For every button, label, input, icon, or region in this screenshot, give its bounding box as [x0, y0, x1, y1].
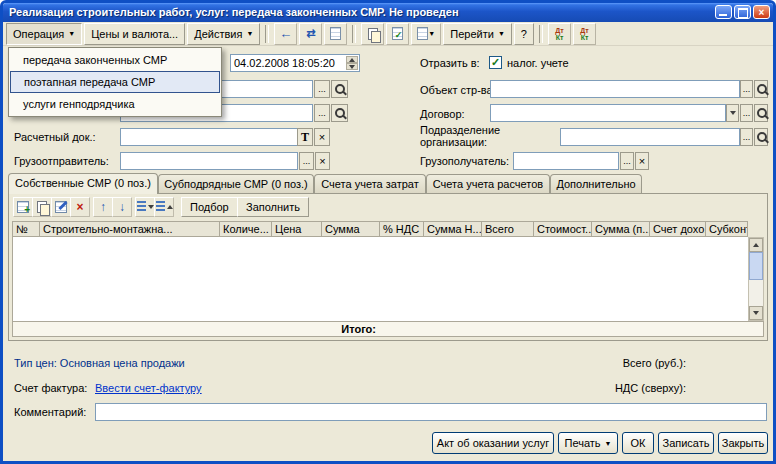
- output-document-icon[interactable]: ▼: [411, 23, 441, 45]
- contract-open-button[interactable]: [754, 104, 768, 122]
- copy-document-icon[interactable]: [361, 23, 384, 45]
- minimize-button[interactable]: [715, 5, 732, 19]
- column-header: Сумма: [322, 221, 380, 237]
- go-to-label: Перейти: [450, 28, 494, 40]
- contract-dropdown-button[interactable]: [726, 104, 739, 122]
- division-select-button[interactable]: ...: [740, 128, 753, 146]
- fill-button[interactable]: Заполнить: [237, 197, 309, 217]
- consignor-field[interactable]: [120, 152, 298, 170]
- construction-object-open-button[interactable]: [754, 80, 768, 98]
- obscured-field-2-open-button[interactable]: [331, 104, 348, 122]
- copy-row-icon[interactable]: [32, 197, 52, 217]
- total-rub-label: Всего (руб.):: [608, 357, 686, 369]
- settlement-doc-text-button[interactable]: Т: [297, 128, 313, 146]
- consignor-clear-button[interactable]: ×: [315, 152, 330, 170]
- postings-dtkt-icon[interactable]: Дт Кт: [548, 23, 571, 45]
- tab-own-smr[interactable]: Собственные СМР (0 поз.): [8, 173, 158, 194]
- column-header: Субконто...: [706, 221, 748, 237]
- menu-item-completed-smr[interactable]: передача законченных СМР: [10, 49, 220, 71]
- division-label-line2: организации:: [420, 136, 487, 148]
- operation-button[interactable]: Операция ▼: [6, 23, 82, 45]
- contract-field[interactable]: [490, 104, 726, 122]
- maximize-button[interactable]: [734, 5, 751, 19]
- post-document-icon[interactable]: ✓: [386, 23, 409, 45]
- chevron-down-icon: ▼: [605, 440, 612, 447]
- sort-descending-icon[interactable]: [154, 197, 174, 217]
- spin-up-icon[interactable]: [346, 56, 358, 63]
- enter-invoice-link[interactable]: Ввести счет-фактуру: [95, 382, 202, 394]
- settlement-doc-field[interactable]: [120, 128, 298, 146]
- vertical-scrollbar[interactable]: [748, 237, 764, 321]
- tab-cost-accounts[interactable]: Счета учета затрат: [314, 174, 426, 194]
- consignee-select-button[interactable]: ...: [620, 152, 634, 170]
- column-header: Строительно-монтажна...: [40, 221, 220, 237]
- save-button[interactable]: Записать: [658, 432, 714, 454]
- comment-input[interactable]: [95, 403, 767, 421]
- postings-report-dtkt-icon[interactable]: Дт Кт: [573, 23, 596, 45]
- tax-accounting-checkbox[interactable]: ✓: [489, 56, 502, 69]
- division-label-line1: Подразделение: [420, 124, 500, 136]
- help-label: ?: [521, 28, 527, 40]
- consignor-select-button[interactable]: ...: [299, 152, 314, 170]
- act-of-services-button[interactable]: Акт об оказании услуг: [432, 432, 554, 454]
- document-structure-icon[interactable]: [324, 23, 347, 45]
- refresh-icon[interactable]: ⇄: [299, 23, 322, 45]
- magnifier-icon: [755, 106, 767, 120]
- prices-currency-button[interactable]: Цены и валюта...: [84, 23, 185, 45]
- obscured-field-2-select-button[interactable]: ...: [314, 104, 330, 122]
- help-button[interactable]: ?: [514, 23, 534, 45]
- contract-label: Договор:: [420, 108, 465, 120]
- tab-subcontract-smr[interactable]: Субподрядные СМР (0 поз.): [158, 174, 314, 194]
- consignee-clear-button[interactable]: ×: [635, 152, 649, 170]
- consignor-label: Грузоотправитель:: [14, 155, 109, 167]
- close-window-button[interactable]: Закрыть: [718, 432, 768, 454]
- move-up-icon[interactable]: ↑: [93, 197, 113, 217]
- delete-row-icon[interactable]: ×: [70, 197, 90, 217]
- construction-object-field[interactable]: [490, 80, 740, 98]
- toolbar-separator: [352, 25, 356, 43]
- table-header: № Строительно-монтажна... Количе... Цена…: [12, 221, 748, 237]
- sort-ascending-icon[interactable]: [135, 197, 155, 217]
- print-button[interactable]: Печать ▼: [558, 432, 618, 454]
- tab-panel: + × ↑ ↓ Подбор Заполнить № Строительно-м…: [8, 193, 768, 341]
- spin-down-icon[interactable]: [346, 63, 358, 70]
- tab-additional[interactable]: Дополнительно: [550, 174, 642, 194]
- move-down-icon[interactable]: ↓: [112, 197, 132, 217]
- tab-settlement-accounts[interactable]: Счета учета расчетов: [426, 174, 550, 194]
- close-button[interactable]: ×: [753, 5, 770, 19]
- ok-button[interactable]: ОК: [622, 432, 654, 454]
- date-field[interactable]: 04.02.2008 18:05:20: [230, 54, 360, 72]
- settlement-doc-label: Расчетный док.:: [14, 131, 96, 143]
- construction-object-select-button[interactable]: ...: [740, 80, 753, 98]
- nav-back-icon[interactable]: ←: [274, 23, 297, 45]
- go-to-button[interactable]: Перейти ▼: [443, 23, 512, 45]
- menu-item-general-contractor[interactable]: услуги генподрядчика: [10, 93, 220, 115]
- title-bar[interactable]: Реализация строительных работ, услуг: пе…: [3, 3, 773, 22]
- column-header: Цена: [272, 221, 322, 237]
- scroll-up-icon[interactable]: [749, 238, 763, 252]
- consignee-field[interactable]: [513, 152, 619, 170]
- invoice-label: Счет фактура:: [14, 382, 87, 394]
- edit-row-icon[interactable]: [51, 197, 71, 217]
- division-open-button[interactable]: [754, 128, 768, 146]
- menu-item-staged-smr[interactable]: поэтапная передача СМР: [10, 71, 220, 93]
- table-body[interactable]: [12, 237, 748, 321]
- toolbar-separator: [539, 25, 543, 43]
- vat-label: НДС (сверху):: [608, 382, 686, 394]
- add-row-icon[interactable]: +: [13, 197, 33, 217]
- contract-select-button[interactable]: ...: [740, 104, 753, 122]
- clear-icon: ×: [319, 133, 325, 142]
- actions-button[interactable]: Действия ▼: [187, 23, 260, 45]
- scroll-down-icon[interactable]: [749, 306, 763, 320]
- settlement-doc-clear-button[interactable]: ×: [314, 128, 330, 146]
- obscured-field-1-select-button[interactable]: ...: [314, 80, 330, 98]
- window-title: Реализация строительных работ, услуг: пе…: [9, 3, 459, 22]
- division-field[interactable]: [560, 128, 740, 146]
- column-header: Сумма (п...: [592, 221, 650, 237]
- scrollbar-thumb[interactable]: [749, 252, 763, 280]
- toolbar-separator: [265, 25, 269, 43]
- obscured-field-1-open-button[interactable]: [331, 80, 348, 98]
- column-header: Счет дохо...: [650, 221, 706, 237]
- pick-button[interactable]: Подбор: [181, 197, 238, 217]
- price-type-text[interactable]: Тип цен: Основная цена продажи: [14, 357, 185, 369]
